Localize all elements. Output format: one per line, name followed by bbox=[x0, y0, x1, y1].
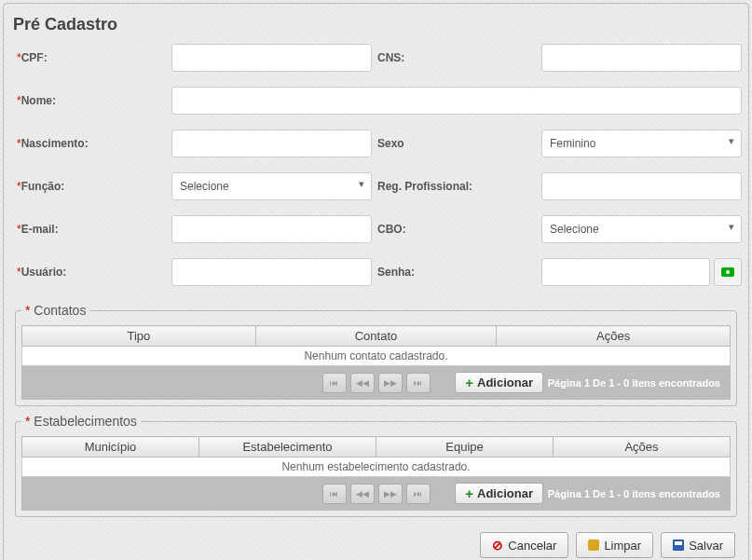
label-cpf: *CPF: bbox=[17, 51, 166, 64]
pager-last-icon[interactable]: ⏭ bbox=[406, 373, 431, 393]
pager-first-icon[interactable]: ⏮ bbox=[322, 484, 347, 504]
pager-next-icon[interactable]: ▶▶ bbox=[378, 484, 403, 504]
save-icon bbox=[673, 540, 684, 551]
input-cpf[interactable] bbox=[171, 44, 372, 72]
label-nome: *Nome: bbox=[17, 94, 166, 107]
plus-icon: + bbox=[465, 486, 473, 500]
key-icon bbox=[721, 267, 734, 277]
contatos-empty: Nenhum contato cadastrado. bbox=[22, 347, 731, 366]
th-equipe: Equipe bbox=[376, 437, 554, 458]
estabelecimentos-fieldset: * Estabelecimentos Município Estabelecim… bbox=[15, 414, 737, 517]
estab-table: Município Estabelecimento Equipe Ações N… bbox=[21, 436, 731, 477]
plus-icon: + bbox=[465, 376, 473, 389]
contatos-add-button[interactable]: +Adicionar bbox=[455, 372, 543, 393]
cancel-icon: ⊘ bbox=[492, 538, 503, 553]
page-title: Pré Cadastro bbox=[11, 11, 741, 44]
th-estabelecimento: Estabelecimento bbox=[199, 437, 376, 458]
limpar-button[interactable]: Limpar bbox=[576, 532, 653, 558]
label-cbo: CBO: bbox=[377, 223, 536, 236]
input-nome[interactable] bbox=[171, 87, 742, 115]
label-nascimento: *Nascimento: bbox=[17, 137, 166, 150]
broom-icon bbox=[588, 540, 599, 551]
pager-prev-icon[interactable]: ◀◀ bbox=[350, 484, 375, 504]
estab-empty: Nenhum estabelecimento cadastrado. bbox=[22, 458, 731, 477]
label-cns: CNS: bbox=[377, 51, 536, 64]
th-municipio: Município bbox=[22, 437, 199, 458]
input-senha[interactable] bbox=[541, 258, 710, 286]
input-email[interactable] bbox=[171, 215, 372, 243]
label-regprof: Reg. Profissional: bbox=[377, 180, 536, 193]
pager-next-icon[interactable]: ▶▶ bbox=[378, 373, 403, 393]
estab-add-button[interactable]: +Adicionar bbox=[455, 483, 543, 504]
label-email: *E-mail: bbox=[17, 223, 166, 236]
estab-pager: ⏮ ◀◀ ▶▶ ⏭ +Adicionar Página 1 De 1 - 0 i… bbox=[21, 477, 731, 511]
label-sexo: Sexo bbox=[377, 137, 536, 150]
salvar-button[interactable]: Salvar bbox=[661, 532, 735, 558]
th-acoes: Ações bbox=[497, 326, 731, 347]
generate-password-button[interactable] bbox=[714, 258, 742, 286]
th-acoes2: Ações bbox=[554, 437, 731, 458]
input-regprof[interactable] bbox=[541, 172, 742, 200]
pre-cadastro-panel: Pré Cadastro *CPF: CNS: *Nome: *Nascimen… bbox=[3, 3, 749, 560]
pager-last-icon[interactable]: ⏭ bbox=[406, 484, 431, 504]
input-cns[interactable] bbox=[541, 44, 742, 72]
contatos-legend: * Contatos bbox=[21, 303, 89, 318]
select-cbo[interactable]: Selecione bbox=[541, 215, 742, 243]
select-sexo[interactable]: Feminino bbox=[541, 130, 742, 157]
pager-first-icon[interactable]: ⏮ bbox=[322, 373, 347, 393]
label-senha: Senha: bbox=[377, 266, 536, 279]
estab-page-info: Página 1 De 1 - 0 itens encontrados bbox=[548, 488, 720, 499]
input-nascimento[interactable] bbox=[171, 130, 372, 157]
action-row: ⊘Cancelar Limpar Salvar bbox=[11, 525, 741, 560]
select-funcao[interactable]: Selecione bbox=[171, 172, 372, 200]
th-tipo: Tipo bbox=[22, 326, 256, 347]
label-funcao: *Função: bbox=[17, 180, 166, 193]
cancel-button[interactable]: ⊘Cancelar bbox=[480, 532, 568, 558]
input-usuario[interactable] bbox=[171, 258, 372, 286]
contatos-table: Tipo Contato Ações Nenhum contato cadast… bbox=[21, 325, 731, 366]
contatos-page-info: Página 1 De 1 - 0 itens encontrados bbox=[548, 377, 720, 389]
form-grid: *CPF: CNS: *Nome: *Nascimento: Sexo Femi… bbox=[11, 44, 741, 295]
estab-legend: * Estabelecimentos bbox=[21, 414, 141, 429]
label-usuario: *Usuário: bbox=[17, 266, 166, 279]
th-contato: Contato bbox=[255, 326, 496, 347]
contatos-pager: ⏮ ◀◀ ▶▶ ⏭ +Adicionar Página 1 De 1 - 0 i… bbox=[21, 366, 731, 400]
pager-prev-icon[interactable]: ◀◀ bbox=[350, 373, 375, 393]
contatos-fieldset: * Contatos Tipo Contato Ações Nenhum con… bbox=[15, 303, 737, 406]
